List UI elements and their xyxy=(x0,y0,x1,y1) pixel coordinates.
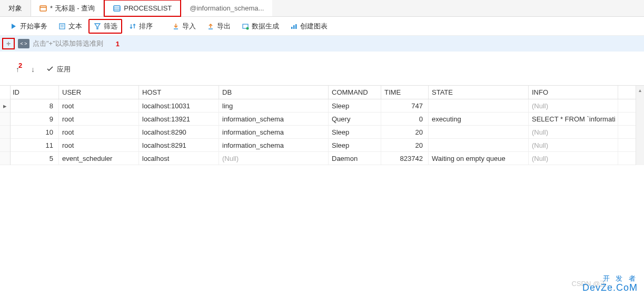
table-row[interactable]: 10rootlocalhost:8290information_schemaSl… xyxy=(11,126,636,139)
cell[interactable]: 0 xyxy=(381,113,429,125)
check-icon xyxy=(46,66,54,74)
col-header-state[interactable]: STATE xyxy=(429,86,529,99)
begin-transaction-button[interactable]: 开始事务 xyxy=(5,19,52,33)
apply-button[interactable]: 应用 xyxy=(46,65,71,74)
cell[interactable] xyxy=(429,139,529,151)
grid-header-row: ID USER HOST DB COMMAND TIME STATE INFO xyxy=(11,86,636,99)
sql-badge-icon[interactable]: < > xyxy=(18,39,29,48)
import-button[interactable]: 导入 xyxy=(167,19,200,33)
cell[interactable]: information_schema xyxy=(219,139,329,151)
cell[interactable]: (Null) xyxy=(219,152,329,165)
cell[interactable]: ling xyxy=(219,99,329,112)
cell[interactable] xyxy=(429,99,529,112)
export-button[interactable]: 导出 xyxy=(202,19,235,33)
cell[interactable]: 5 xyxy=(11,152,59,165)
sort-button[interactable]: 排序 xyxy=(124,19,157,33)
cell[interactable]: 8 xyxy=(11,99,59,112)
cell[interactable]: localhost:8290 xyxy=(139,126,219,138)
cell[interactable]: localhost:10031 xyxy=(139,99,219,112)
row-handle-header xyxy=(0,86,10,99)
sort-icon xyxy=(128,22,137,30)
cell[interactable]: root xyxy=(59,99,139,112)
button-label: 创建图表 xyxy=(300,22,328,31)
cell[interactable]: Waiting on empty queue xyxy=(429,152,529,165)
svg-rect-6 xyxy=(60,24,65,29)
row-handle[interactable] xyxy=(0,139,10,152)
cell[interactable]: root xyxy=(59,113,139,125)
cell[interactable]: 9 xyxy=(11,113,59,125)
tab-objects[interactable]: 对象 xyxy=(0,0,31,16)
svg-marker-5 xyxy=(12,24,16,29)
cell[interactable]: Sleep xyxy=(329,126,381,138)
cell[interactable]: event_scheduler xyxy=(59,152,139,165)
cell[interactable] xyxy=(429,126,529,138)
cell[interactable]: 823742 xyxy=(381,152,429,165)
cell[interactable]: (Null) xyxy=(529,139,618,151)
cell[interactable]: root xyxy=(59,126,139,138)
tab-processlist[interactable]: PROCESSLIST xyxy=(104,0,181,17)
data-grid: ▸ ID USER HOST DB COMMAND TIME STATE INF… xyxy=(0,85,644,165)
scroll-up-icon[interactable]: ▴ xyxy=(636,86,644,94)
tab-label: * 无标题 - 查询 xyxy=(50,4,95,13)
add-filter-button[interactable]: + xyxy=(2,38,15,49)
cell[interactable]: localhost:8291 xyxy=(139,139,219,151)
query-icon xyxy=(39,5,47,12)
col-header-info[interactable]: INFO xyxy=(529,86,618,99)
button-label: 数据生成 xyxy=(252,22,279,31)
button-label: 文本 xyxy=(68,22,82,31)
data-gen-icon xyxy=(241,22,250,30)
cell[interactable]: 20 xyxy=(381,139,429,151)
row-handle[interactable]: ▸ xyxy=(0,99,10,113)
row-handle[interactable] xyxy=(0,113,10,126)
cell[interactable]: 10 xyxy=(11,126,59,138)
cell[interactable]: 11 xyxy=(11,139,59,151)
table-row[interactable]: 9rootlocalhost:13921information_schemaQu… xyxy=(11,113,636,126)
col-header-db[interactable]: DB xyxy=(219,86,329,99)
cell[interactable]: 747 xyxy=(381,99,429,112)
cell[interactable]: executing xyxy=(429,113,529,125)
cell[interactable]: Daemon xyxy=(329,152,381,165)
col-header-host[interactable]: HOST xyxy=(139,86,219,99)
vertical-scrollbar[interactable]: ▴ xyxy=(636,86,644,165)
data-generation-button[interactable]: 数据生成 xyxy=(237,19,283,33)
move-down-button[interactable]: ↓ xyxy=(31,65,35,74)
annotation-2: 2 xyxy=(18,62,22,69)
cell[interactable]: information_schema xyxy=(219,126,329,138)
row-handle[interactable] xyxy=(0,126,10,139)
col-header-id[interactable]: ID xyxy=(11,86,59,99)
col-header-command[interactable]: COMMAND xyxy=(329,86,381,99)
row-handle[interactable] xyxy=(0,152,10,165)
table-row[interactable]: 5event_schedulerlocalhost(Null)Daemon823… xyxy=(11,152,636,165)
cell[interactable]: localhost xyxy=(139,152,219,165)
cell[interactable]: (Null) xyxy=(529,99,618,112)
export-icon xyxy=(206,22,215,30)
cell[interactable]: SELECT * FROM `informati xyxy=(529,113,618,125)
text-button[interactable]: 文本 xyxy=(54,19,86,33)
table-row[interactable]: 8rootlocalhost:10031lingSleep747(Null) xyxy=(11,99,636,113)
table-row[interactable]: 11rootlocalhost:8291information_schemaSl… xyxy=(11,139,636,152)
cell[interactable]: localhost:13921 xyxy=(139,113,219,125)
cell[interactable]: Query xyxy=(329,113,381,125)
create-chart-button[interactable]: 创建图表 xyxy=(285,19,332,33)
cell[interactable]: Sleep xyxy=(329,139,381,151)
cell[interactable]: information_schema xyxy=(219,113,329,125)
annotation-1: 1 xyxy=(116,40,120,48)
filter-placeholder-text[interactable]: 点击"+"以添加筛选准则 xyxy=(33,39,103,48)
tab-untitled-query[interactable]: * 无标题 - 查询 xyxy=(31,0,104,16)
tab-processlist-suffix[interactable]: @information_schema... xyxy=(181,0,272,16)
cell[interactable]: Sleep xyxy=(329,99,381,112)
cell[interactable]: (Null) xyxy=(529,126,618,138)
tab-suffix-label: @information_schema... xyxy=(190,4,264,12)
grid-body: ID USER HOST DB COMMAND TIME STATE INFO … xyxy=(11,86,636,165)
tabs-bar: 对象 * 无标题 - 查询 PROCESSLIST @information_s… xyxy=(0,0,644,17)
svg-rect-2 xyxy=(114,6,120,11)
col-header-user[interactable]: USER xyxy=(59,86,139,99)
play-icon xyxy=(9,22,18,30)
row-handle-gutter: ▸ xyxy=(0,86,11,165)
cell[interactable]: 20 xyxy=(381,126,429,138)
cell[interactable]: (Null) xyxy=(529,152,618,165)
filter-button[interactable]: 筛选 xyxy=(88,19,122,34)
col-header-time[interactable]: TIME xyxy=(381,86,429,99)
cell[interactable]: root xyxy=(59,139,139,151)
apply-label: 应用 xyxy=(57,65,71,74)
